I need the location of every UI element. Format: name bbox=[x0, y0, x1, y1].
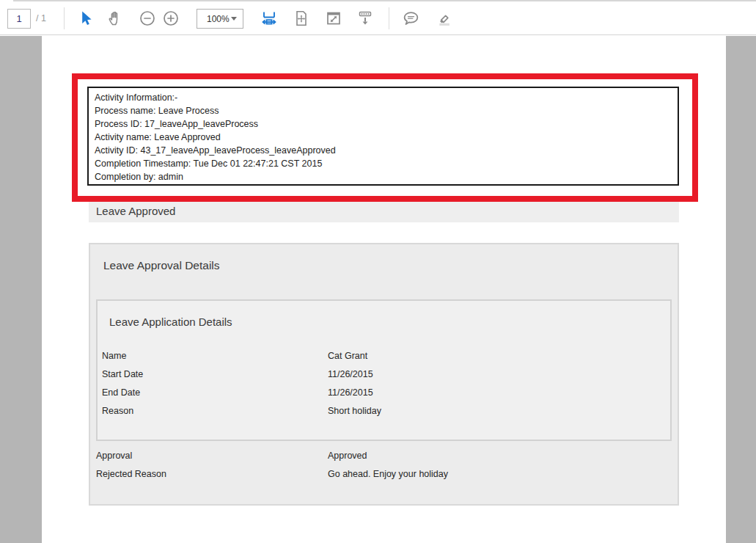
presentation-mode-button[interactable] bbox=[323, 7, 345, 29]
viewer-area: Activity Information:- Process name: Lea… bbox=[0, 36, 756, 543]
field-row-reason: Reason Short holiday bbox=[102, 406, 667, 418]
pan-tool-button[interactable] bbox=[104, 7, 126, 29]
fit-page-icon bbox=[293, 10, 310, 27]
hand-icon bbox=[106, 10, 124, 27]
plus-circle-icon bbox=[162, 10, 180, 27]
fit-page-button[interactable] bbox=[290, 7, 312, 29]
field-row-start-date: Start Date 11/26/2015 bbox=[102, 369, 667, 381]
field-value: Short holiday bbox=[328, 406, 381, 416]
field-label: End Date bbox=[102, 387, 140, 398]
red-highlight-rectangle bbox=[72, 73, 698, 202]
field-label: Name bbox=[102, 351, 126, 361]
select-tool-button[interactable] bbox=[75, 7, 97, 29]
toolbar-separator bbox=[64, 7, 65, 29]
field-value: 11/26/2015 bbox=[328, 387, 373, 398]
toolbar-separator bbox=[389, 7, 389, 29]
field-value: Go ahead. Enjoy your holiday bbox=[328, 469, 448, 479]
zoom-in-button[interactable] bbox=[160, 7, 182, 29]
pdf-toolbar: / 1 100% bbox=[0, 1, 756, 35]
panel-title: Leave Application Details bbox=[109, 316, 232, 328]
field-label: Start Date bbox=[102, 369, 143, 379]
section-title: Leave Approved bbox=[96, 205, 175, 217]
minus-circle-icon bbox=[139, 10, 156, 27]
field-label: Rejected Reason bbox=[96, 469, 166, 479]
field-row-end-date: End Date 11/26/2015 bbox=[102, 387, 667, 399]
dock-toolbar-down-icon bbox=[356, 10, 374, 27]
hide-toolbar-button[interactable] bbox=[354, 7, 376, 29]
chevron-down-icon bbox=[231, 17, 237, 21]
highlighter-icon bbox=[433, 10, 452, 28]
speech-bubble-icon bbox=[402, 10, 420, 28]
highlight-tool-button[interactable] bbox=[431, 7, 453, 29]
section-header: Leave Approved bbox=[89, 200, 679, 222]
zoom-level-value: 100% bbox=[207, 14, 231, 24]
field-row-rejected-reason: Rejected Reason Go ahead. Enjoy your hol… bbox=[96, 469, 668, 481]
cursor-arrow-icon bbox=[77, 10, 95, 27]
leave-approval-details-panel: Leave Approval Details Leave Application… bbox=[89, 243, 679, 506]
fit-width-icon bbox=[260, 10, 278, 27]
zoom-out-button[interactable] bbox=[136, 7, 158, 29]
fit-width-button[interactable] bbox=[258, 7, 280, 29]
field-value: 11/26/2015 bbox=[328, 369, 373, 379]
pdf-page: Activity Information:- Process name: Lea… bbox=[42, 36, 726, 543]
page-number-input[interactable] bbox=[7, 9, 31, 29]
field-row-name: Name Cat Grant bbox=[102, 351, 667, 362]
field-value: Approved bbox=[328, 451, 367, 461]
comment-tool-button[interactable] bbox=[400, 7, 422, 29]
expand-window-icon bbox=[325, 10, 342, 27]
field-value: Cat Grant bbox=[328, 351, 367, 361]
field-label: Approval bbox=[96, 451, 132, 461]
panel-title: Leave Approval Details bbox=[103, 259, 220, 272]
leave-application-details-panel: Leave Application Details Name Cat Grant… bbox=[96, 299, 672, 441]
field-row-approval: Approval Approved bbox=[96, 451, 668, 462]
page-count-label: / 1 bbox=[36, 13, 46, 23]
field-label: Reason bbox=[102, 406, 133, 416]
zoom-level-select[interactable]: 100% bbox=[197, 9, 243, 29]
